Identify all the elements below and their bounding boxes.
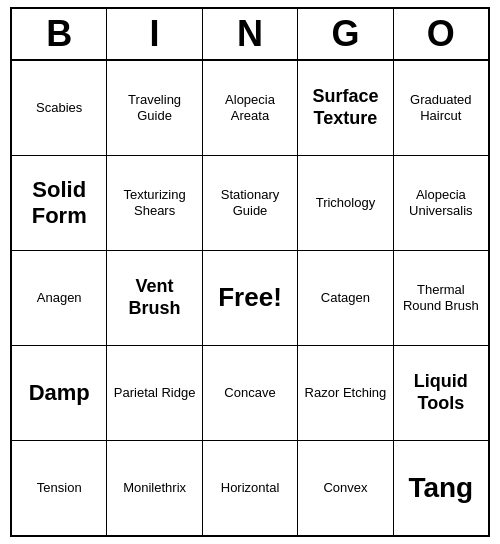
- bingo-row: Damp Parietal Ridge Concave Razor Etchin…: [12, 346, 488, 441]
- cell-r4c3: Concave: [203, 346, 298, 440]
- cell-r4c4: Razor Etching: [298, 346, 393, 440]
- bingo-header: B I N G O: [12, 9, 488, 61]
- cell-r5c1: Tension: [12, 441, 107, 535]
- cell-r2c3: Stationary Guide: [203, 156, 298, 250]
- cell-r2c1: Solid Form: [12, 156, 107, 250]
- cell-r1c5: Graduated Haircut: [394, 61, 488, 155]
- cell-r5c2: Monilethrix: [107, 441, 202, 535]
- bingo-row: Anagen Vent Brush Free! Catagen Thermal …: [12, 251, 488, 346]
- cell-r3c1: Anagen: [12, 251, 107, 345]
- cell-r5c5: Tang: [394, 441, 488, 535]
- cell-r5c3: Horizontal: [203, 441, 298, 535]
- cell-r4c5: Liquid Tools: [394, 346, 488, 440]
- cell-r3c2: Vent Brush: [107, 251, 202, 345]
- cell-r5c4: Convex: [298, 441, 393, 535]
- cell-r3c3-free: Free!: [203, 251, 298, 345]
- bingo-row: Tension Monilethrix Horizontal Convex Ta…: [12, 441, 488, 535]
- cell-r3c5: Thermal Round Brush: [394, 251, 488, 345]
- cell-r1c4: Surface Texture: [298, 61, 393, 155]
- header-b: B: [12, 9, 107, 59]
- cell-r4c1: Damp: [12, 346, 107, 440]
- cell-r2c4: Trichology: [298, 156, 393, 250]
- cell-r3c4: Catagen: [298, 251, 393, 345]
- bingo-row: Solid Form Texturizing Shears Stationary…: [12, 156, 488, 251]
- cell-r1c2: Traveling Guide: [107, 61, 202, 155]
- bingo-card: B I N G O Scabies Traveling Guide Alopec…: [10, 7, 490, 537]
- header-g: G: [298, 9, 393, 59]
- header-o: O: [394, 9, 488, 59]
- cell-r1c1: Scabies: [12, 61, 107, 155]
- cell-r2c5: Alopecia Universalis: [394, 156, 488, 250]
- cell-r1c3: Alopecia Areata: [203, 61, 298, 155]
- header-n: N: [203, 9, 298, 59]
- cell-r2c2: Texturizing Shears: [107, 156, 202, 250]
- bingo-row: Scabies Traveling Guide Alopecia Areata …: [12, 61, 488, 156]
- header-i: I: [107, 9, 202, 59]
- cell-r4c2: Parietal Ridge: [107, 346, 202, 440]
- bingo-grid: Scabies Traveling Guide Alopecia Areata …: [12, 61, 488, 535]
